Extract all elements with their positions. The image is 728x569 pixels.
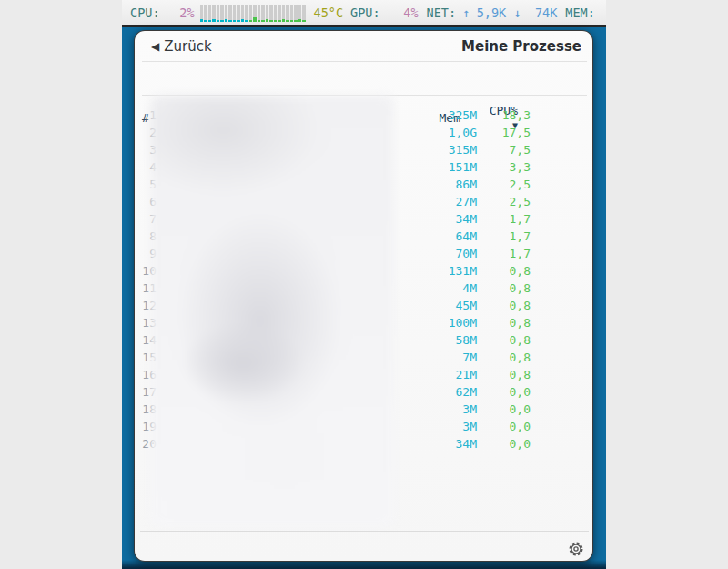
row-cpu: 0,0 (477, 437, 531, 451)
row-mem: 1,0G (429, 126, 477, 139)
row-cpu: 2,5 (477, 195, 531, 208)
gpu-percent: 4% (380, 5, 419, 20)
row-cpu: 1,7 (477, 229, 531, 243)
cpu-history-bar (233, 5, 237, 22)
page-title: Meine Prozesse (461, 38, 581, 55)
back-arrow-icon: ◀ (151, 41, 159, 52)
cpu-history-bar (241, 5, 245, 22)
net-download-arrow-icon: ↓ (513, 5, 521, 20)
row-cpu: 3,3 (477, 160, 531, 174)
cpu-history-bar (220, 5, 224, 22)
cpu-history-bar (204, 5, 207, 22)
settings-button[interactable] (564, 537, 588, 561)
row-cpu: 2,5 (477, 178, 531, 191)
cpu-history-bar (212, 5, 216, 22)
cpu-history-bar (298, 5, 302, 22)
cpu-history-bar (278, 5, 281, 22)
cpu-history-bar (258, 5, 261, 22)
row-mem: 100M (429, 316, 477, 330)
row-cpu: 0,0 (477, 385, 531, 399)
redacted-blur-overlay (150, 96, 394, 527)
row-cpu: 1,7 (477, 247, 531, 260)
row-mem: 21M (429, 368, 477, 381)
row-mem: 62M (429, 385, 477, 399)
footer-divider (140, 531, 589, 532)
row-cpu: 0,0 (477, 420, 531, 433)
row-cpu: 0,8 (477, 333, 531, 347)
cpu-history-bar (249, 5, 253, 22)
net-upload-arrow-icon: ↑ (462, 5, 470, 20)
row-mem: 7M (429, 351, 477, 364)
net-label: NET: (427, 5, 457, 20)
row-cpu: 18,3 (477, 108, 531, 122)
row-cpu: 0,8 (477, 264, 531, 278)
cpu-history-bar (282, 5, 286, 22)
cpu-temperature: 45°C (314, 5, 344, 20)
row-cpu: 1,7 (477, 212, 531, 226)
row-mem: 45M (429, 299, 477, 312)
cpu-history-bar (225, 5, 228, 22)
cpu-history-bar (217, 5, 220, 22)
row-mem: 315M (429, 143, 477, 157)
system-monitor-bar[interactable]: CPU: 2% 45°C GPU: 4% NET: ↑ 5,9K ↓ 74K M… (122, 0, 606, 27)
row-mem: 131M (429, 264, 477, 278)
row-cpu: 0,8 (477, 368, 531, 381)
row-mem: 34M (429, 212, 477, 226)
row-cpu: 17,5 (477, 126, 531, 139)
row-mem: 34M (429, 437, 477, 451)
row-cpu: 0,0 (477, 402, 531, 416)
row-cpu: 0,8 (477, 351, 531, 364)
cpu-history-bar (237, 5, 240, 22)
cpu-history-bar (286, 5, 289, 22)
cpu-history-bar (290, 5, 294, 22)
cpu-history-bar (269, 5, 273, 22)
row-mem: 70M (429, 247, 477, 260)
row-mem: 64M (429, 229, 477, 243)
header-divider (142, 61, 587, 62)
screen: CPU: 2% 45°C GPU: 4% NET: ↑ 5,9K ↓ 74K M… (0, 0, 728, 569)
row-cpu: 0,8 (477, 316, 531, 330)
cpu-history-bar (200, 5, 204, 22)
gear-icon (568, 541, 584, 557)
list-bottom-divider (144, 523, 585, 523)
row-mem: 4M (429, 281, 477, 295)
row-cpu: 7,5 (477, 143, 531, 157)
back-button[interactable]: ◀ Zurück (151, 38, 212, 55)
net-upload-value: 5,9K (470, 5, 506, 20)
net-download-value: 74K (521, 5, 557, 20)
gpu-label: GPU: (350, 5, 380, 20)
row-mem: 325M (429, 108, 477, 122)
row-mem: 151M (429, 160, 477, 174)
cpu-history-bar (274, 5, 278, 22)
cpu-history-bar (266, 5, 269, 22)
row-mem: 58M (429, 333, 477, 347)
row-mem: 86M (429, 178, 477, 191)
back-label: Zurück (164, 38, 211, 55)
cpu-history-bar (208, 5, 212, 22)
cpu-history-bar (294, 5, 298, 22)
row-mem: 3M (429, 420, 477, 433)
cpu-history-bar (261, 5, 265, 22)
cpu-label: CPU: (130, 5, 160, 20)
row-mem: 3M (429, 402, 477, 416)
mem-label: MEM: (565, 5, 595, 20)
cpu-history-bar (245, 5, 248, 22)
cpu-percent: 2% (160, 5, 195, 20)
row-mem: 27M (429, 195, 477, 208)
cpu-history-bars (200, 5, 307, 22)
cpu-history-bar (253, 5, 257, 22)
row-cpu: 0,8 (477, 281, 531, 295)
cpu-history-bar (228, 5, 232, 22)
row-cpu: 0,8 (477, 299, 531, 312)
cpu-history-bar (302, 5, 306, 22)
process-panel: ◀ Zurück Meine Prozesse # Prozess User M… (134, 30, 593, 562)
panel-header: ◀ Zurück Meine Prozesse (135, 31, 592, 61)
